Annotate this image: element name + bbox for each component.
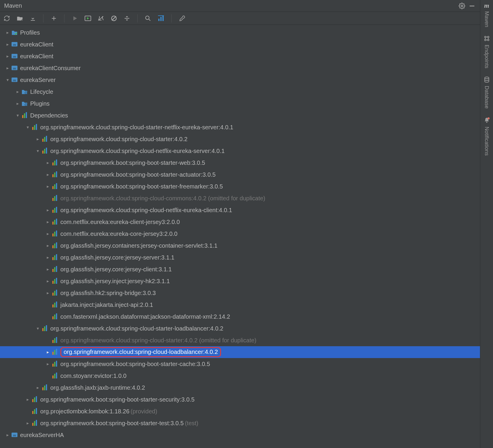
chevron-right-icon[interactable]: ▸ [4,54,11,59]
chevron-down-icon[interactable]: ▾ [4,77,11,83]
run-config-icon[interactable] [84,14,92,22]
tree-row[interactable]: ▸com.stoyanr:evictor:1.0.0 [0,370,480,382]
toggle-offline-icon[interactable] [110,14,118,22]
chevron-right-icon[interactable]: ▸ [44,278,51,284]
tree-row[interactable]: ▸eurekaClientConsumer [0,62,480,74]
chevron-down-icon[interactable]: ▾ [24,125,31,130]
chevron-right-icon[interactable]: ▸ [4,432,11,438]
show-diagram-icon[interactable] [157,14,165,22]
tree-label: org.glassfish.jersey.core:jersey-server:… [60,254,174,261]
chevron-right-icon[interactable]: ▸ [44,160,51,165]
chevron-right-icon[interactable]: ▸ [24,397,31,402]
tree-label: org.springframework.boot:spring-boot-sta… [60,171,216,178]
bars-icon [51,207,59,214]
tree-row[interactable]: ▸org.springframework.cloud:spring-cloud-… [0,346,480,358]
tree-label: org.springframework.cloud:spring-cloud-s… [50,136,188,143]
tree-row[interactable]: ▸Lifecycle [0,86,480,98]
settings-icon[interactable] [458,2,466,10]
svg-rect-8 [470,6,474,7]
dependency-tree[interactable]: ▸Profiles▸eurekaClient▸eurekaClient▸eure… [0,25,480,448]
chevron-right-icon[interactable]: ▸ [4,30,11,35]
chevron-right-icon[interactable]: ▸ [24,420,31,426]
tree-row[interactable]: ▸eurekaClient [0,50,480,62]
reload-icon[interactable] [3,14,11,22]
tree-row[interactable]: ▸Profiles [0,27,480,38]
tree-row[interactable]: ▾eurekaServer [0,74,480,86]
generate-sources-icon[interactable] [16,14,24,22]
tree-row[interactable]: ▸org.glassfish.jaxb:jaxb-runtime:4.0.2 [0,382,480,394]
tab-maven[interactable]: m Maven [484,2,490,27]
tree-row[interactable]: ▸com.fasterxml.jackson.dataformat:jackso… [0,311,480,323]
tree-row[interactable]: ▸com.netflix.eureka:eureka-core-jersey3:… [0,228,480,240]
bars-icon [51,301,59,308]
chevron-right-icon[interactable]: ▸ [44,231,51,236]
tree-row[interactable]: ▸org.springframework.boot:spring-boot-st… [0,417,480,429]
chevron-right-icon[interactable]: ▸ [44,219,51,225]
tree-row[interactable]: ▸org.glassfish.hk2:spring-bridge:3.0.3 [0,287,480,299]
tree-row[interactable]: ▾org.springframework.cloud:spring-cloud-… [0,121,480,133]
chevron-right-icon[interactable]: ▸ [4,65,11,71]
tree-row[interactable]: ▸org.glassfish.jersey.inject:jersey-hk2:… [0,275,480,287]
tree-row[interactable]: ▸org.projectlombok:lombok:1.18.26 (provi… [0,405,480,417]
tree-row[interactable]: ▸eurekaClient [0,38,480,50]
tree-row[interactable]: ▸org.springframework.boot:spring-boot-st… [0,394,480,405]
chevron-right-icon[interactable]: ▸ [44,243,51,248]
tree-row[interactable]: ▸eurekaServerHA [0,429,480,441]
database-icon [484,77,490,84]
chevron-right-icon[interactable]: ▸ [34,136,41,142]
chevron-right-icon[interactable]: ▸ [44,172,51,177]
minimize-icon[interactable] [468,2,476,10]
tree-row[interactable]: ▾org.springframework.cloud:spring-cloud-… [0,323,480,334]
chevron-right-icon[interactable]: ▸ [44,207,51,213]
maven-module-icon [11,431,18,439]
add-icon[interactable] [50,14,58,22]
collapse-all-icon[interactable] [123,14,131,22]
maven-settings-icon[interactable] [178,14,186,22]
maven-module-icon [11,65,18,72]
bars-icon [51,313,59,320]
download-icon[interactable] [29,14,37,22]
tree-row[interactable]: ▸org.springframework.cloud:spring-cloud-… [0,204,480,216]
toolbar-separator [43,14,44,22]
chevron-right-icon[interactable]: ▸ [44,255,51,260]
chevron-right-icon[interactable]: ▸ [4,42,11,47]
tree-row[interactable]: ▸org.glassfish.jersey.containers:jersey-… [0,240,480,252]
tree-row[interactable]: ▸org.springframework.boot:spring-boot-st… [0,157,480,169]
chevron-right-icon[interactable]: ▸ [44,349,51,355]
chevron-down-icon[interactable]: ▾ [14,113,21,118]
tree-row[interactable]: ▸org.glassfish.jersey.core:jersey-client… [0,263,480,275]
tree-row[interactable]: ▸org.springframework.boot:spring-boot-st… [0,169,480,181]
chevron-right-icon[interactable]: ▸ [14,89,21,94]
chevron-right-icon[interactable]: ▸ [44,267,51,272]
tree-row[interactable]: ▸org.springframework.cloud:spring-cloud-… [0,133,480,145]
tree-row[interactable]: ▸org.glassfish.jersey.core:jersey-server… [0,252,480,263]
chevron-down-icon[interactable]: ▾ [34,326,41,331]
tree-row[interactable]: ▸org.springframework.boot:spring-boot-st… [0,181,480,192]
chevron-right-icon[interactable]: ▸ [14,101,21,106]
svg-point-21 [484,36,486,38]
tree-row[interactable]: ▾org.springframework.cloud:spring-cloud-… [0,145,480,157]
tab-notifications[interactable]: Notifications [484,117,490,156]
chevron-right-icon[interactable]: ▸ [34,385,41,390]
tree-row[interactable]: ▸jakarta.inject:jakarta.inject-api:2.0.1 [0,299,480,311]
chevron-right-icon[interactable]: ▸ [44,290,51,296]
tab-database[interactable]: Database [484,77,490,109]
tree-row[interactable]: ▸com.netflix.eureka:eureka-client-jersey… [0,216,480,228]
run-icon[interactable] [71,14,79,22]
bars-icon [51,230,59,237]
tree-row[interactable]: ▾Dependencies [0,109,480,121]
bars-icon [51,372,59,379]
tree-row[interactable]: ▸org.springframework.boot:spring-boot-st… [0,358,480,370]
tree-row[interactable]: ▸Plugins [0,98,480,109]
tree-row[interactable]: ▸org.springframework.cloud:spring-cloud-… [0,334,480,346]
tree-label: org.springframework.cloud:spring-cloud-c… [60,195,265,202]
chevron-right-icon[interactable]: ▸ [44,361,51,367]
tree-row[interactable]: ▸org.springframework.cloud:spring-cloud-… [0,192,480,204]
bars-icon [51,171,59,178]
tree-label: org.glassfish.jersey.inject:jersey-hk2:3… [60,278,170,285]
chevron-down-icon[interactable]: ▾ [34,148,41,154]
tab-endpoints[interactable]: Endpoints [484,36,490,68]
chevron-right-icon[interactable]: ▸ [44,184,51,189]
toggle-skip-tests-icon[interactable] [97,14,105,22]
analyze-icon[interactable] [144,14,152,22]
